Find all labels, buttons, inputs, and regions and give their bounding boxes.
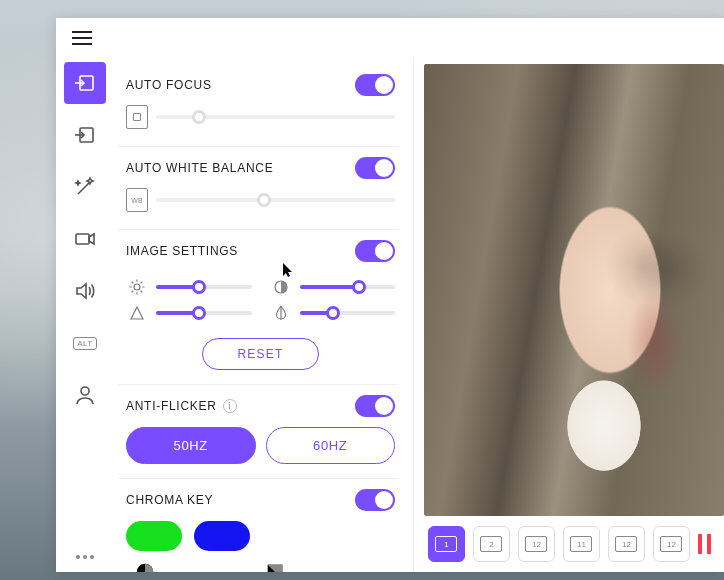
- nav-profile[interactable]: [64, 374, 106, 416]
- person-icon: [73, 383, 97, 407]
- reset-button[interactable]: RESET: [202, 338, 318, 370]
- section-autofocus: AUTO FOCUS: [118, 64, 399, 147]
- info-icon[interactable]: i: [223, 399, 237, 413]
- layout-option-4[interactable]: 11: [563, 526, 600, 562]
- top-bar: [56, 18, 724, 58]
- anti-flicker-toggle[interactable]: [355, 395, 395, 417]
- main-area: ALT AUTO FOCUS: [56, 58, 724, 572]
- saturation-drop-icon: [270, 302, 292, 324]
- nav-camera[interactable]: [64, 218, 106, 260]
- chroma-key-toggle[interactable]: [355, 489, 395, 511]
- brightness-icon: [126, 276, 148, 298]
- svg-point-3: [81, 387, 89, 395]
- layout-option-3[interactable]: 12: [518, 526, 555, 562]
- preview-area: 1 2 12 11 12 12: [414, 58, 724, 572]
- focus-frame-icon: [126, 106, 148, 128]
- awb-title: AUTO WHITE BALANCE: [126, 161, 273, 175]
- flicker-option-50hz[interactable]: 50HZ: [126, 427, 256, 464]
- svg-rect-2: [76, 234, 89, 244]
- hue-slider[interactable]: [300, 285, 396, 289]
- menu-hamburger-icon[interactable]: [72, 31, 92, 45]
- svg-point-4: [134, 284, 140, 290]
- layout-bar: 1 2 12 11 12 12: [424, 516, 724, 572]
- settings-panel: AUTO FOCUS AUTO WHITE BALANCE WB: [114, 58, 414, 572]
- image-settings-title: IMAGE SETTINGS: [126, 244, 238, 258]
- section-image-settings: IMAGE SETTINGS: [118, 230, 399, 385]
- left-nav: ALT: [56, 58, 114, 572]
- speaker-icon: [73, 279, 97, 303]
- section-chroma-key: CHROMA KEY: [118, 479, 399, 572]
- wb-icon: WB: [126, 189, 148, 211]
- nav-alt[interactable]: ALT: [64, 322, 106, 364]
- image-settings-toggle[interactable]: [355, 240, 395, 262]
- autofocus-slider[interactable]: [156, 115, 395, 119]
- nav-audio[interactable]: [64, 270, 106, 312]
- contrast-triangle-icon: [126, 302, 148, 324]
- chroma-tolerance-icon: [134, 561, 156, 572]
- camera-icon: [73, 227, 97, 251]
- chroma-swatch-blue[interactable]: [194, 521, 250, 551]
- video-preview: [424, 64, 724, 516]
- pause-button[interactable]: [698, 534, 720, 554]
- chroma-key-title: CHROMA KEY: [126, 493, 213, 507]
- saturation-slider[interactable]: [300, 311, 396, 315]
- contrast-slider[interactable]: [156, 311, 252, 315]
- awb-toggle[interactable]: [355, 157, 395, 179]
- layout-option-2[interactable]: 2: [473, 526, 510, 562]
- autofocus-toggle[interactable]: [355, 74, 395, 96]
- autofocus-title: AUTO FOCUS: [126, 78, 212, 92]
- chroma-contrast-icon: [264, 561, 286, 572]
- layout-option-6[interactable]: 12: [653, 526, 690, 562]
- anti-flicker-title: ANTI-FLICKER i: [126, 399, 237, 413]
- nav-input-2[interactable]: [64, 114, 106, 156]
- alt-badge: ALT: [73, 337, 96, 350]
- more-icon: [76, 555, 94, 559]
- section-awb: AUTO WHITE BALANCE WB: [118, 147, 399, 230]
- layout-option-1[interactable]: 1: [428, 526, 465, 562]
- section-anti-flicker: ANTI-FLICKER i 50HZ 60HZ: [118, 385, 399, 479]
- brightness-slider[interactable]: [156, 285, 252, 289]
- hue-icon: [270, 276, 292, 298]
- nav-more[interactable]: [64, 542, 106, 572]
- magic-wand-icon: [73, 175, 97, 199]
- nav-input-1[interactable]: [64, 62, 106, 104]
- chroma-swatch-green[interactable]: [126, 521, 182, 551]
- layout-option-5[interactable]: 12: [608, 526, 645, 562]
- nav-effects[interactable]: [64, 166, 106, 208]
- flicker-option-60hz[interactable]: 60HZ: [266, 427, 396, 464]
- app-window: ALT AUTO FOCUS: [56, 18, 724, 572]
- awb-slider[interactable]: [156, 198, 395, 202]
